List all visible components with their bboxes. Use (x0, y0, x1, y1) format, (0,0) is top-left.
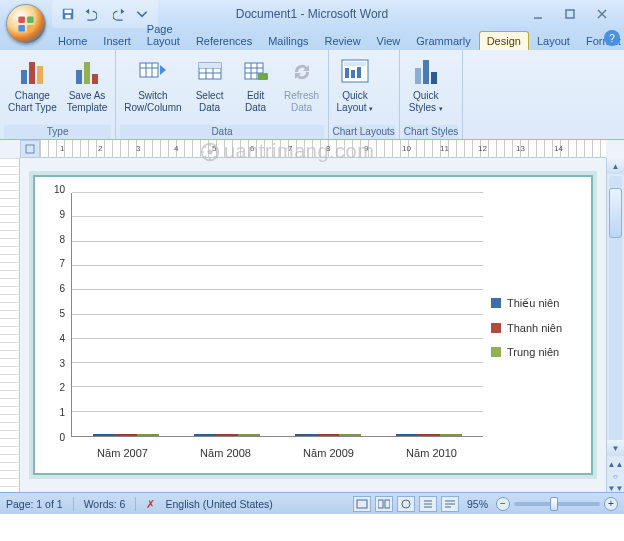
bar (238, 434, 260, 436)
legend-label: Trung niên (507, 346, 559, 358)
x-tick-label: Năm 2009 (277, 447, 380, 459)
browse-object-button[interactable]: ○ (607, 470, 624, 482)
proofing-icon[interactable]: ✗ (146, 498, 155, 510)
quick-styles-button[interactable]: QuickStyles ▾ (404, 54, 448, 115)
quick-layout-button[interactable]: QuickLayout ▾ (333, 54, 378, 115)
x-tick-label: Năm 2010 (380, 447, 483, 459)
legend-swatch (491, 347, 501, 357)
select-data-button[interactable]: SelectData (188, 54, 232, 115)
bar (295, 434, 317, 436)
legend-swatch (491, 323, 501, 333)
undo-icon[interactable] (80, 4, 100, 24)
svg-rect-15 (344, 62, 366, 66)
group-label: Chart Layouts (333, 125, 395, 139)
scroll-down-button[interactable]: ▼ (607, 440, 624, 456)
svg-rect-6 (65, 10, 72, 14)
scroll-up-button[interactable]: ▲ (607, 158, 624, 174)
svg-rect-4 (27, 25, 34, 32)
tab-grammarly[interactable]: Grammarly (408, 31, 478, 50)
minimize-button[interactable] (522, 4, 554, 24)
svg-rect-11 (199, 63, 221, 68)
horizontal-ruler: 1234567891011121314 (40, 140, 606, 158)
save-as-template-button[interactable]: Save AsTemplate (63, 54, 112, 115)
view-web-layout[interactable] (397, 496, 415, 512)
tab-view[interactable]: View (369, 31, 409, 50)
x-tick-label: Năm 2008 (174, 447, 277, 459)
help-button[interactable]: ? (604, 30, 620, 46)
ribbon: ChangeChart TypeSave AsTemplateTypeSwitc… (0, 50, 624, 140)
title-bar: Document1 - Microsoft Word (0, 0, 624, 28)
legend-label: Thanh niên (507, 322, 562, 334)
status-page[interactable]: Page: 1 of 1 (6, 498, 63, 510)
redo-icon[interactable] (110, 4, 130, 24)
tab-home[interactable]: Home (50, 31, 95, 50)
view-draft[interactable] (441, 496, 459, 512)
bar (115, 434, 137, 436)
tab-layout[interactable]: Layout (529, 31, 578, 50)
ruler-corner[interactable] (20, 140, 40, 158)
view-print-layout[interactable] (353, 496, 371, 512)
close-button[interactable] (586, 4, 618, 24)
svg-point-25 (402, 500, 410, 508)
svg-rect-9 (140, 63, 158, 77)
svg-rect-2 (27, 16, 34, 23)
status-language[interactable]: English (United States) (165, 498, 272, 510)
svg-rect-23 (378, 500, 383, 508)
zoom-in-button[interactable]: + (604, 497, 618, 511)
group-label: Data (120, 125, 323, 139)
bar (339, 434, 361, 436)
office-button[interactable] (6, 4, 46, 44)
tab-review[interactable]: Review (317, 31, 369, 50)
zoom-out-button[interactable]: − (496, 497, 510, 511)
bar (396, 434, 418, 436)
switch-row-column-button[interactable]: SwitchRow/Column (120, 54, 185, 115)
edit-data-button[interactable]: EditData (234, 54, 278, 115)
bar (93, 434, 115, 436)
svg-rect-3 (18, 25, 25, 32)
zoom-level[interactable]: 95% (467, 498, 488, 510)
layout-icon (339, 56, 371, 88)
svg-rect-24 (385, 500, 390, 508)
group-label: Type (4, 125, 111, 139)
tab-design[interactable]: Design (479, 31, 529, 50)
status-words[interactable]: Words: 6 (84, 498, 126, 510)
vertical-scrollbar[interactable]: ▲ ▼ ▲▲ ○ ▼▼ (606, 158, 624, 492)
bar (137, 434, 159, 436)
legend-item: Thiếu niên (491, 297, 583, 310)
svg-rect-8 (566, 10, 574, 18)
zoom-slider[interactable] (514, 502, 600, 506)
bar-save-icon (71, 56, 103, 88)
bar (216, 434, 238, 436)
maximize-button[interactable] (554, 4, 586, 24)
vertical-ruler (0, 158, 20, 492)
change-chart-type-button[interactable]: ChangeChart Type (4, 54, 61, 115)
tab-page-layout[interactable]: Page Layout (139, 19, 188, 50)
save-icon[interactable] (58, 4, 78, 24)
svg-rect-13 (258, 73, 268, 80)
refresh-data-button: RefreshData (280, 54, 324, 115)
view-full-screen[interactable] (375, 496, 393, 512)
bar-styled-icon (410, 56, 442, 88)
tab-references[interactable]: References (188, 31, 260, 50)
tab-mailings[interactable]: Mailings (260, 31, 316, 50)
prev-page-button[interactable]: ▲▲ (607, 458, 624, 470)
document-area: 1234567891011121314 012345678910 Năm 200… (0, 140, 624, 492)
grid-edit-icon (240, 56, 272, 88)
svg-rect-1 (18, 16, 25, 23)
svg-rect-16 (345, 68, 349, 78)
svg-rect-18 (357, 67, 361, 78)
status-bar: Page: 1 of 1 Words: 6 ✗ English (United … (0, 492, 624, 514)
chart-legend: Thiếu niênThanh niênTrung niên (483, 189, 583, 465)
svg-rect-22 (357, 500, 367, 508)
bar (440, 434, 462, 436)
tab-insert[interactable]: Insert (95, 31, 139, 50)
chart-plot-area: 012345678910 Năm 2007Năm 2008Năm 2009Năm… (43, 189, 483, 465)
legend-swatch (491, 298, 501, 308)
embedded-chart[interactable]: 012345678910 Năm 2007Năm 2008Năm 2009Năm… (33, 175, 593, 475)
svg-rect-17 (351, 70, 355, 78)
svg-rect-19 (26, 145, 34, 153)
x-tick-label: Năm 2007 (71, 447, 174, 459)
page-canvas[interactable]: 012345678910 Năm 2007Năm 2008Năm 2009Năm… (20, 158, 606, 492)
scroll-thumb[interactable] (609, 188, 622, 238)
view-outline[interactable] (419, 496, 437, 512)
